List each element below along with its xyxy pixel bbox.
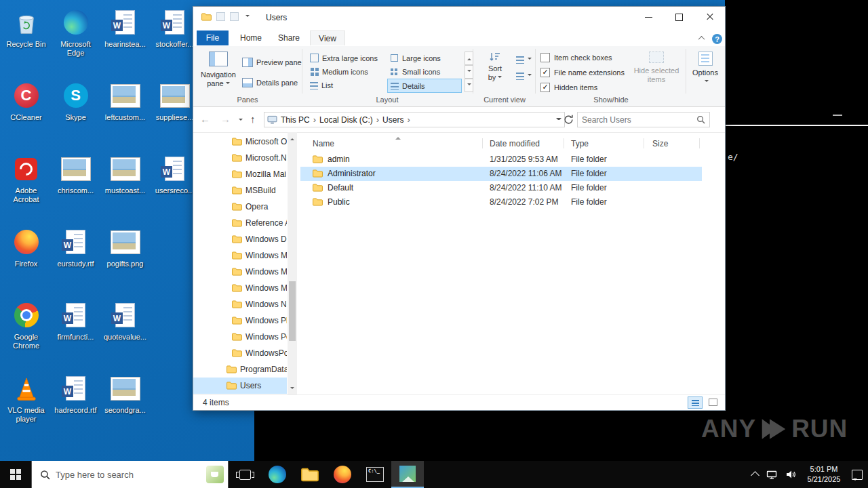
tree-item[interactable]: Windows M <box>193 264 287 280</box>
breadcrumb-users[interactable]: Users <box>379 115 407 125</box>
tree-item-programdata[interactable]: ProgramData <box>193 361 287 378</box>
help-button[interactable]: ? <box>712 34 722 44</box>
taskbar-search-input[interactable] <box>56 470 206 480</box>
desktop-icon-recycle-bin[interactable]: Recycle Bin <box>1 4 51 77</box>
taskbar-edge-button[interactable] <box>261 461 294 488</box>
tree-scrollbar[interactable] <box>288 132 297 395</box>
breadcrumb-local-disk-c[interactable]: Local Disk (C:) <box>316 115 376 125</box>
column-header-name[interactable]: Name <box>313 139 334 148</box>
tree-item[interactable]: WindowsPo <box>193 345 287 361</box>
column-separator[interactable] <box>482 138 483 148</box>
layout-large-icons[interactable]: Large icons <box>387 52 462 64</box>
navigation-pane-button[interactable]: Navigation pane <box>199 50 238 88</box>
desktop-icon-stockoffer[interactable]: stockoffer... <box>150 4 199 77</box>
layout-gallery-more-button[interactable] <box>465 79 473 92</box>
desktop-icon-secondgra[interactable]: secondgra... <box>100 370 150 443</box>
sort-by-button[interactable]: Sort by <box>477 52 513 82</box>
thumbnails-view-toggle-button[interactable] <box>706 396 719 407</box>
breadcrumb-this-pc[interactable]: This PC <box>277 115 313 125</box>
layout-medium-icons[interactable]: Medium icons <box>307 65 386 78</box>
details-view-toggle-button[interactable] <box>688 396 703 409</box>
taskbar-search-box[interactable] <box>31 461 229 488</box>
layout-small-icons[interactable]: Small icons <box>387 65 462 78</box>
recent-locations-chevron-icon[interactable] <box>239 119 243 123</box>
desktop-icon-leftcustom[interactable]: leftcustom... <box>100 77 150 150</box>
tab-view[interactable]: View <box>310 30 345 45</box>
desktop-icon-ccleaner[interactable]: CCleaner <box>1 77 51 150</box>
options-button[interactable]: Options <box>687 52 724 86</box>
item-check-boxes-checkbox[interactable] <box>540 53 550 62</box>
qat-new-folder-icon[interactable] <box>230 12 239 21</box>
collapse-ribbon-button[interactable] <box>699 36 705 42</box>
tree-item[interactable]: Windows Po <box>193 329 287 345</box>
explorer-search-input[interactable] <box>578 115 696 125</box>
column-separator[interactable] <box>699 138 700 148</box>
desktop-icon-hearinstea[interactable]: hearinstea... <box>100 4 150 77</box>
hidden-icons-chevron-icon[interactable] <box>751 471 760 480</box>
hidden-items-checkbox[interactable] <box>540 83 550 92</box>
hide-selected-items-button[interactable]: Hide selected items <box>631 52 682 84</box>
desktop-icon-chriscom[interactable]: chriscom... <box>51 150 100 224</box>
file-row-default[interactable]: Default 8/24/2022 11:10 AM File folder <box>300 181 702 195</box>
tab-home[interactable]: Home <box>234 30 268 45</box>
minimize-button[interactable] <box>633 7 664 27</box>
forward-button[interactable]: → <box>220 113 231 125</box>
taskbar-cmd-button[interactable] <box>359 461 391 488</box>
column-separator[interactable] <box>644 138 644 148</box>
desktop-icon-mustcoast[interactable]: mustcoast... <box>100 150 150 224</box>
item-check-boxes-row[interactable]: Item check boxes <box>540 52 612 63</box>
up-button[interactable]: ↑ <box>250 113 256 125</box>
scroll-down-icon[interactable] <box>290 387 294 391</box>
close-button[interactable] <box>694 7 725 27</box>
desktop-icon-hadrecord[interactable]: hadrecord.rtf <box>51 370 100 443</box>
maximize-button[interactable] <box>664 7 694 27</box>
group-by-button[interactable] <box>516 54 532 65</box>
tree-item[interactable]: Microsoft.N <box>193 150 287 166</box>
file-name-extensions-row[interactable]: File name extensions <box>540 67 625 78</box>
qat-customize-chevron-icon[interactable] <box>245 15 250 19</box>
search-highlights-icon[interactable] <box>206 466 224 483</box>
breadcrumb-separator-icon[interactable] <box>407 115 410 125</box>
back-button[interactable]: ← <box>200 113 210 125</box>
refresh-button[interactable] <box>564 115 574 127</box>
action-center-icon[interactable] <box>852 470 863 480</box>
tab-file[interactable]: File <box>197 30 229 45</box>
desktop-icon-eurstudy[interactable]: eurstudy.rtf <box>51 224 100 297</box>
layout-list[interactable]: List <box>307 79 386 92</box>
desktop-icon-skype[interactable]: Skype <box>51 77 100 150</box>
taskbar-active-app-button[interactable] <box>391 461 424 488</box>
task-view-button[interactable] <box>229 461 261 488</box>
tree-item[interactable]: Mozilla Mai <box>193 166 287 182</box>
desktop-icon-pogifts[interactable]: pogifts.png <box>100 224 150 297</box>
file-name-extensions-checkbox[interactable] <box>540 68 550 77</box>
tree-item[interactable]: Windows D <box>193 231 287 247</box>
column-separator[interactable] <box>564 138 564 148</box>
address-dropdown-chevron-icon[interactable] <box>556 118 561 122</box>
network-icon[interactable] <box>766 470 777 480</box>
desktop-icon-quotevalue[interactable]: quotevalue... <box>100 297 150 370</box>
scroll-up-icon[interactable] <box>290 136 294 140</box>
breadcrumb[interactable]: This PC Local Disk (C:) Users <box>264 112 565 127</box>
hidden-items-row[interactable]: Hidden items <box>540 82 597 93</box>
file-row-public[interactable]: Public 8/24/2022 7:02 PM File folder <box>300 195 702 209</box>
explorer-search-box[interactable] <box>577 112 710 127</box>
preview-pane-button[interactable]: Preview pane <box>242 57 302 68</box>
desktop-icon-microsoft-edge[interactable]: Microsoft Edge <box>51 4 100 77</box>
scrollbar-thumb[interactable] <box>289 281 296 341</box>
column-header-date-modified[interactable]: Date modified <box>490 139 540 148</box>
layout-gallery-up-button[interactable] <box>465 52 473 65</box>
column-header-type[interactable]: Type <box>571 139 589 148</box>
taskbar-firefox-button[interactable] <box>326 461 359 488</box>
add-columns-button[interactable] <box>516 70 532 81</box>
layout-extra-large-icons[interactable]: Extra large icons <box>307 52 386 64</box>
desktop-icon-firmfuncti[interactable]: firmfuncti... <box>51 297 100 370</box>
desktop-icon-adobe-acrobat[interactable]: Adobe Acrobat <box>1 150 51 224</box>
desktop-icon-usersreco[interactable]: usersreco... <box>150 150 199 224</box>
taskbar-clock[interactable]: 5:01 PM 5/21/2025 <box>804 464 844 485</box>
file-row-administrator-selected[interactable]: Administrator 8/24/2022 11:06 AM File fo… <box>300 167 702 181</box>
tree-item[interactable]: Reference A <box>193 215 287 231</box>
tab-share[interactable]: Share <box>272 30 306 45</box>
qat-properties-icon[interactable] <box>216 12 225 21</box>
desktop-icon-suppliese[interactable]: suppliese... <box>150 77 199 150</box>
tree-item[interactable]: Microsoft O <box>193 134 287 150</box>
